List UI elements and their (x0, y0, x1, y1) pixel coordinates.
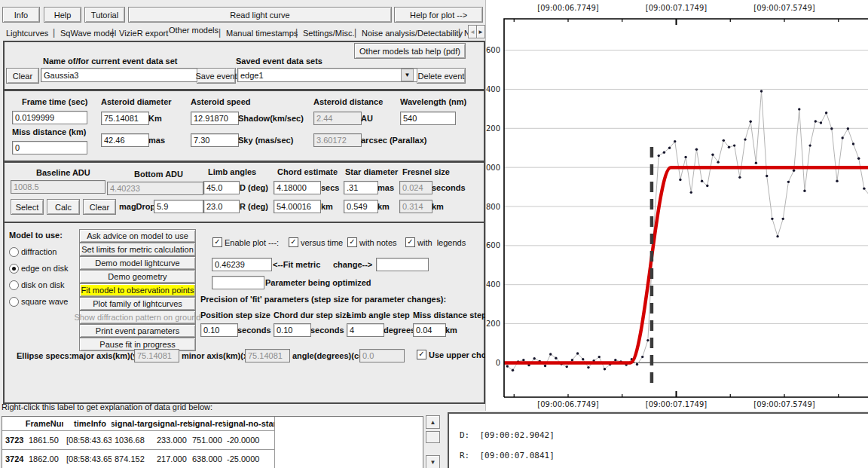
grid-scrollbar-thumb[interactable] (426, 431, 440, 443)
position-step-input[interactable]: 0.10 (200, 323, 238, 337)
r-deg-label: R (deg) (240, 202, 268, 211)
major-axis-label: major axis(km)(y): (72, 351, 143, 360)
fit-metric-input[interactable]: 0.46239 (212, 258, 272, 271)
enable-plot-label[interactable]: Enable plot ---: (225, 238, 279, 247)
read-light-curve-button[interactable]: Read light curve (128, 7, 392, 23)
magdrop-input[interactable]: 5.9 (154, 200, 203, 213)
asteroid-diameter-km-input[interactable]: 75.14081 (101, 112, 149, 125)
miss-step-input[interactable]: 0.04 (413, 323, 446, 337)
observation-point (820, 121, 822, 124)
tab-noise-analysis[interactable]: Noise analysis/Detectability (362, 29, 463, 38)
grid-cell[interactable]: -20.0000 (224, 431, 275, 450)
tab-separator: | (295, 27, 298, 38)
tutorial-button[interactable]: Tutorial (84, 7, 125, 23)
observation-point (728, 145, 730, 148)
asteroid-diameter-mas-input[interactable]: 42.46 (101, 133, 149, 147)
radio-edge-on-disk[interactable] (9, 264, 19, 274)
grid-header: signal-no-star (224, 417, 275, 431)
asteroid-speed-sky-input[interactable]: 7.30 (191, 133, 239, 147)
limb-step-input[interactable]: 4 (347, 323, 384, 337)
clear-adu-button[interactable]: Clear (83, 199, 116, 215)
miss-distance-input[interactable]: 0 (12, 141, 87, 154)
observation-point (582, 358, 584, 360)
calc-button[interactable]: Calc (47, 199, 80, 215)
parameter-optimized-input[interactable] (212, 276, 264, 289)
star-km-input[interactable]: 0.549 (344, 200, 378, 213)
asteroid-distance-au-field: 2.44 (313, 112, 362, 125)
grid-cell[interactable]: 874.152 (112, 450, 160, 468)
clear-event-name-button[interactable]: Clear (6, 68, 39, 84)
select-button[interactable]: Select (11, 199, 44, 215)
with-legends-checkbox[interactable]: ✓ (405, 237, 415, 247)
fit-model-button[interactable]: Fit model to observation points (79, 283, 196, 297)
observation-point (646, 339, 649, 341)
grid-cell[interactable]: 1036.68 (112, 431, 160, 450)
frame-time-label: Frame time (sec) (22, 97, 87, 106)
with-notes-label[interactable]: with notes (359, 238, 397, 247)
use-upper-chord-checkbox[interactable]: ✓ (417, 350, 426, 359)
radio-disk-on-disk-label[interactable]: disk on disk (21, 280, 64, 289)
parallax-unit-label: arcsec (Parallax) (361, 136, 426, 145)
demo-model-lightcurve-button[interactable]: Demo model lightcurve (79, 256, 196, 270)
chord-secs-input[interactable]: 4.18000 (274, 181, 321, 194)
y-tick-label: 1000 (486, 164, 500, 172)
enable-plot-checkbox[interactable]: ✓ (212, 237, 222, 247)
help-button[interactable]: Help (44, 7, 81, 23)
tab-settings-misc[interactable]: Settings/Misc. (303, 29, 354, 38)
tab-manual-timestamps[interactable]: Manual timestamps (226, 29, 298, 38)
tab-sqwave-model[interactable]: SqWave model (60, 29, 116, 38)
set-limits-button[interactable]: Set limits for metric calculation (79, 243, 196, 256)
grid-scroll-down-icon[interactable]: ▼ (426, 455, 440, 468)
help-for-plot-button[interactable]: Help for plot --> (394, 7, 483, 23)
tab-vizier-export[interactable]: VizieR export (119, 29, 168, 38)
seconds-unit-label: seconds (432, 183, 466, 192)
grid-cell[interactable]: [08:58:43.6555] (63, 450, 118, 468)
frame-time-input[interactable]: 0.0199999 (12, 111, 87, 124)
fit-metric-change-input[interactable] (376, 258, 429, 271)
chord-estimate-label: Chord estimate (277, 167, 338, 176)
plot-family-button[interactable]: Plot family of lightcurves (79, 297, 196, 310)
grid-scroll-up-icon[interactable]: ▲ (426, 415, 440, 429)
saved-events-combobox[interactable]: edge1 (237, 68, 418, 82)
radio-diffraction-label[interactable]: diffraction (21, 247, 57, 256)
print-event-parameters-button[interactable]: Print event parameters (79, 324, 196, 338)
radio-edge-on-disk-label[interactable]: edge on disk (21, 264, 68, 273)
versus-time-checkbox[interactable]: ✓ (289, 237, 298, 247)
versus-time-label[interactable]: versus time (301, 238, 343, 247)
chord-step-input[interactable]: 0.10 (274, 323, 311, 337)
asteroid-speed-shadow-input[interactable]: 12.91870 (191, 112, 239, 125)
ask-advice-button[interactable]: Ask advice on model to use (79, 229, 196, 243)
save-event-button[interactable]: Save event (197, 68, 236, 84)
grid-explanation-note[interactable]: Right-click this label to get explanatio… (2, 402, 212, 411)
tab-other-models-selected[interactable]: Other models (169, 26, 219, 35)
limb-r-input[interactable]: 23.0 (203, 200, 240, 213)
y-tick-label: 600 (486, 241, 500, 249)
limb-d-input[interactable]: 45.0 (203, 181, 240, 194)
with-legends-label[interactable]: with legends (417, 238, 466, 247)
radio-square-wave[interactable] (9, 297, 19, 307)
grid-cell[interactable]: -25.0000 (224, 450, 275, 468)
tab-separator: | (112, 27, 114, 38)
event-name-input[interactable]: Gaussia3 (41, 68, 199, 82)
demo-geometry-button[interactable]: Demo geometry (79, 270, 196, 283)
radio-square-wave-label[interactable]: square wave (21, 297, 68, 306)
tab-lightcurves[interactable]: Lightcurves (6, 29, 48, 38)
y-tick-label: 1600 (486, 46, 500, 54)
with-notes-checkbox[interactable]: ✓ (347, 237, 357, 247)
info-button[interactable]: Info (2, 7, 40, 23)
observation-point (604, 368, 606, 370)
x-tick-label: [09:00:07.5749] (753, 400, 815, 408)
observation-point (663, 151, 665, 153)
wavelength-input[interactable]: 540 (400, 112, 456, 125)
radio-disk-on-disk[interactable] (9, 280, 19, 290)
y-tick-label: 1200 (486, 124, 500, 133)
combobox-dropdown-icon[interactable]: ▼ (401, 69, 414, 81)
grid-cell[interactable]: [08:58:43.6355] (63, 431, 118, 450)
other-models-tab-help-button[interactable]: Other models tab help (pdf) (354, 43, 466, 59)
tab-scroll-right-icon[interactable]: ► (476, 25, 485, 38)
star-mas-input[interactable]: .31 (344, 181, 378, 194)
delete-event-button[interactable]: Delete event (417, 68, 466, 84)
fresnel-km-field: 0.314 (399, 200, 432, 213)
radio-diffraction[interactable] (9, 247, 19, 257)
chord-km-input[interactable]: 54.00016 (274, 200, 321, 213)
